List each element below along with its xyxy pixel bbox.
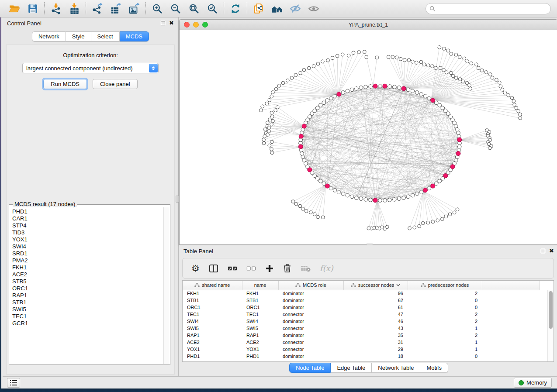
network-leaf-node[interactable] xyxy=(268,98,271,102)
mcds-result-item[interactable]: SRD1 xyxy=(12,250,163,257)
minimize-window-icon[interactable] xyxy=(193,22,199,28)
network-leaf-node[interactable] xyxy=(276,106,279,109)
network-leaf-node[interactable] xyxy=(270,115,274,118)
network-leaf-node[interactable] xyxy=(488,146,491,150)
table-row[interactable]: ACE2ACE2connector311 xyxy=(183,339,540,346)
network-leaf-node[interactable] xyxy=(266,133,270,137)
table-scrollbar-thumb[interactable] xyxy=(549,291,553,329)
network-leaf-node[interactable] xyxy=(271,91,275,94)
network-leaf-node[interactable] xyxy=(446,49,450,52)
network-leaf-node[interactable] xyxy=(419,60,423,64)
cell-shared-name[interactable]: RAP1 xyxy=(183,332,242,339)
network-leaf-node[interactable] xyxy=(313,213,316,216)
network-leaf-node[interactable] xyxy=(298,204,302,208)
network-leaf-node[interactable] xyxy=(259,109,263,112)
network-edge[interactable] xyxy=(377,200,382,227)
network-leaf-node[interactable] xyxy=(439,66,442,70)
clone-network-button[interactable] xyxy=(252,2,265,15)
maximize-window-icon[interactable] xyxy=(202,22,208,28)
network-leaf-node[interactable] xyxy=(352,51,355,55)
network-node[interactable] xyxy=(319,179,323,183)
network-leaf-node[interactable] xyxy=(426,64,430,67)
network-hub-node[interactable] xyxy=(383,84,387,88)
export-table-button[interactable] xyxy=(109,2,122,15)
network-edge[interactable] xyxy=(371,200,377,228)
network-leaf-node[interactable] xyxy=(510,96,514,100)
table-row[interactable]: PHD1PHD1dominator180 xyxy=(183,353,540,360)
network-edge[interactable] xyxy=(397,58,405,89)
network-node[interactable] xyxy=(411,89,415,93)
network-edge[interactable] xyxy=(460,136,488,140)
cell-name[interactable]: FKH1 xyxy=(242,290,278,297)
network-node[interactable] xyxy=(364,85,368,89)
network-leaf-node[interactable] xyxy=(461,80,465,83)
network-edge[interactable] xyxy=(405,76,453,89)
network-leaf-node[interactable] xyxy=(501,88,504,92)
network-leaf-node[interactable] xyxy=(267,130,271,133)
import-table-button[interactable] xyxy=(68,2,81,15)
network-edge[interactable] xyxy=(338,55,349,95)
network-node[interactable] xyxy=(434,182,438,186)
table-row[interactable]: TEC1TEC1connector472 xyxy=(183,311,540,318)
network-node[interactable] xyxy=(322,101,326,105)
network-leaf-node[interactable] xyxy=(444,215,448,218)
cell-successor-nodes[interactable]: 29 xyxy=(343,346,408,353)
network-leaf-node[interactable] xyxy=(290,76,294,80)
network-leaf-node[interactable] xyxy=(261,105,264,108)
network-edge[interactable] xyxy=(431,54,451,99)
network-leaf-node[interactable] xyxy=(321,60,325,63)
delete-column-button[interactable] xyxy=(283,264,291,273)
network-leaf-node[interactable] xyxy=(302,68,306,72)
cell-name[interactable]: SWI4 xyxy=(242,318,278,325)
network-leaf-node[interactable] xyxy=(466,60,469,63)
network-leaf-node[interactable] xyxy=(347,54,350,57)
network-leaf-node[interactable] xyxy=(365,55,368,59)
network-leaf-node[interactable] xyxy=(468,84,471,87)
cell-successor-nodes[interactable]: 43 xyxy=(343,325,408,332)
network-leaf-node[interactable] xyxy=(422,63,426,66)
network-node[interactable] xyxy=(359,86,363,90)
network-leaf-node[interactable] xyxy=(411,60,415,63)
network-leaf-node[interactable] xyxy=(270,95,273,98)
network-leaf-node[interactable] xyxy=(495,78,498,82)
cell-shared-name[interactable]: FKH1 xyxy=(183,290,242,297)
network-edge[interactable] xyxy=(328,60,338,95)
network-leaf-node[interactable] xyxy=(391,55,394,59)
network-leaf-node[interactable] xyxy=(294,203,298,206)
network-node[interactable] xyxy=(341,91,345,95)
network-node[interactable] xyxy=(419,190,423,194)
network-leaf-node[interactable] xyxy=(436,219,439,222)
network-leaf-node[interactable] xyxy=(491,76,494,79)
open-session-button[interactable] xyxy=(8,2,21,15)
cell-predecessor-nodes[interactable]: 2 xyxy=(408,318,482,325)
cell-shared-name[interactable]: ACE2 xyxy=(183,339,242,346)
cell-name[interactable]: SWI5 xyxy=(242,325,278,332)
network-leaf-node[interactable] xyxy=(507,93,510,97)
network-node[interactable] xyxy=(350,195,354,199)
network-node[interactable] xyxy=(434,101,438,105)
network-node[interactable] xyxy=(322,182,326,186)
cell-predecessor-nodes[interactable]: 0 xyxy=(408,297,482,304)
network-hub-node[interactable] xyxy=(431,98,435,103)
cell-predecessor-nodes[interactable]: 1 xyxy=(408,346,482,353)
network-leaf-node[interactable] xyxy=(463,57,466,60)
network-leaf-node[interactable] xyxy=(519,113,522,116)
network-leaf-node[interactable] xyxy=(413,226,416,229)
network-node[interactable] xyxy=(393,198,397,202)
cell-successor-nodes[interactable]: 61 xyxy=(343,304,408,311)
network-leaf-node[interactable] xyxy=(426,221,430,224)
network-leaf-node[interactable] xyxy=(421,221,425,225)
network-leaf-node[interactable] xyxy=(418,224,421,228)
cell-MCDS-role[interactable]: dominator xyxy=(278,318,343,325)
network-edge[interactable] xyxy=(311,185,326,213)
network-node[interactable] xyxy=(419,93,423,96)
network-leaf-node[interactable] xyxy=(270,123,273,126)
network-node[interactable] xyxy=(438,103,442,107)
network-leaf-node[interactable] xyxy=(336,54,339,58)
mcds-result-item[interactable]: STB1 xyxy=(12,299,163,306)
network-edge[interactable] xyxy=(401,59,405,89)
cell-name[interactable]: ACE2 xyxy=(242,339,278,346)
cell-successor-nodes[interactable]: 62 xyxy=(343,297,408,304)
network-edge[interactable] xyxy=(423,191,457,210)
network-leaf-node[interactable] xyxy=(453,211,456,214)
